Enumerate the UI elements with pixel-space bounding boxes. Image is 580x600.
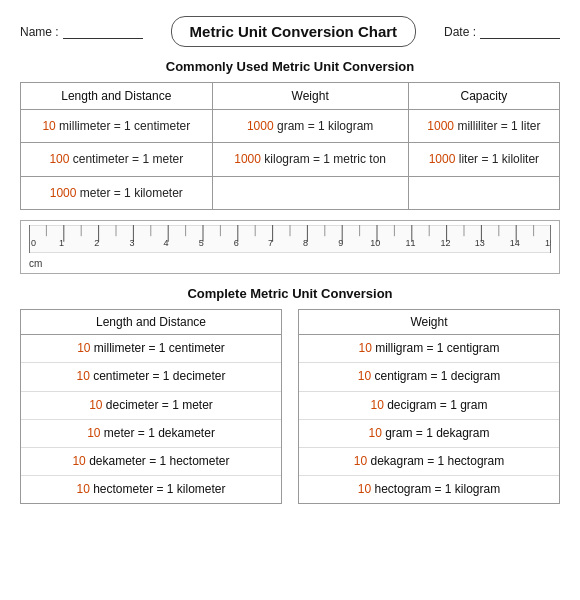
date-line [480, 25, 560, 39]
list-item: 10 hectogram = 1 kilogram [299, 476, 559, 504]
ruler-svg: 0 1 2 3 4 5 6 7 8 9 10 11 12 13 14 15 [29, 225, 551, 253]
weight-col-header: Weight [299, 310, 559, 335]
svg-text:2: 2 [94, 238, 99, 248]
date-field: Date : [444, 25, 560, 39]
capacity-row3 [408, 176, 559, 209]
weight-row3 [212, 176, 408, 209]
chart-title: Metric Unit Conversion Chart [171, 16, 417, 47]
col-header-capacity: Capacity [408, 83, 559, 110]
table-row: 100 centimeter = 1 meter 1000 kilogram =… [21, 143, 560, 176]
svg-text:13: 13 [475, 238, 485, 248]
svg-text:4: 4 [164, 238, 169, 248]
list-item: 10 meter = 1 dekameter [21, 419, 281, 447]
list-item: 10 millimeter = 1 centimeter [21, 335, 281, 363]
list-item: 10 gram = 1 dekagram [299, 419, 559, 447]
table-row: 10 millimeter = 1 centimeter 1000 gram =… [21, 110, 560, 143]
list-item: 10 hectometer = 1 kilometer [21, 476, 281, 504]
length-row1: 10 millimeter = 1 centimeter [21, 110, 213, 143]
name-field: Name : [20, 25, 143, 39]
svg-text:3: 3 [129, 238, 134, 248]
svg-text:0: 0 [31, 238, 36, 248]
common-conversion-table: Length and Distance Weight Capacity 10 m… [20, 82, 560, 210]
col-header-weight: Weight [212, 83, 408, 110]
weight-row2: 1000 kilogram = 1 metric ton [212, 143, 408, 176]
list-item: 10 decimeter = 1 meter [21, 391, 281, 419]
svg-text:10: 10 [370, 238, 380, 248]
svg-text:14: 14 [510, 238, 520, 248]
svg-text:9: 9 [338, 238, 343, 248]
svg-text:12: 12 [441, 238, 451, 248]
page-header: Name : Metric Unit Conversion Chart Date… [20, 16, 560, 47]
list-item: 10 milligram = 1 centigram [299, 335, 559, 363]
weight-table: Weight 10 milligram = 1 centigram 10 cen… [298, 309, 560, 504]
length-row3: 1000 meter = 1 kilometer [21, 176, 213, 209]
length-row2: 100 centimeter = 1 meter [21, 143, 213, 176]
list-item: 10 decigram = 1 gram [299, 391, 559, 419]
name-line [63, 25, 143, 39]
common-section-title: Commonly Used Metric Unit Conversion [20, 59, 560, 74]
svg-text:7: 7 [268, 238, 273, 248]
svg-text:11: 11 [405, 238, 415, 248]
list-item: 10 dekameter = 1 hectometer [21, 447, 281, 475]
ruler-container: 0 1 2 3 4 5 6 7 8 9 10 11 12 13 14 15 [20, 220, 560, 274]
list-item: 10 centigram = 1 decigram [299, 363, 559, 391]
capacity-row2: 1000 liter = 1 kiloliter [408, 143, 559, 176]
complete-tables-container: Length and Distance 10 millimeter = 1 ce… [20, 309, 560, 504]
capacity-row1: 1000 milliliter = 1 liter [408, 110, 559, 143]
svg-text:1: 1 [59, 238, 64, 248]
weight-row1: 1000 gram = 1 kilogram [212, 110, 408, 143]
length-col-header: Length and Distance [21, 310, 281, 335]
table-row: 1000 meter = 1 kilometer [21, 176, 560, 209]
date-label: Date : [444, 25, 476, 39]
svg-text:6: 6 [234, 238, 239, 248]
length-table: Length and Distance 10 millimeter = 1 ce… [20, 309, 282, 504]
name-label: Name : [20, 25, 59, 39]
list-item: 10 dekagram = 1 hectogram [299, 447, 559, 475]
list-item: 10 centimeter = 1 decimeter [21, 363, 281, 391]
svg-text:8: 8 [303, 238, 308, 248]
col-header-length: Length and Distance [21, 83, 213, 110]
svg-text:15: 15 [545, 238, 551, 248]
complete-section-title: Complete Metric Unit Conversion [20, 286, 560, 301]
svg-text:5: 5 [199, 238, 204, 248]
ruler-unit-label: cm [29, 258, 551, 269]
